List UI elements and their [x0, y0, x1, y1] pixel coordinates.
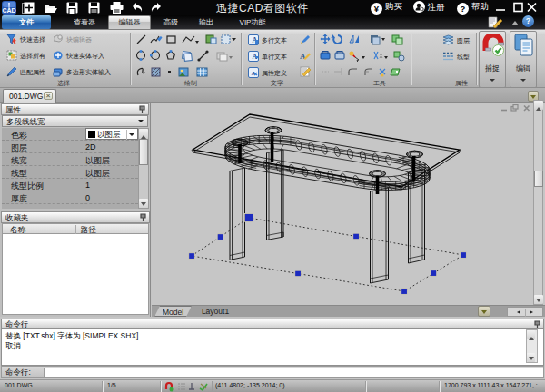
svg-text:CAD: CAD	[2, 7, 15, 14]
